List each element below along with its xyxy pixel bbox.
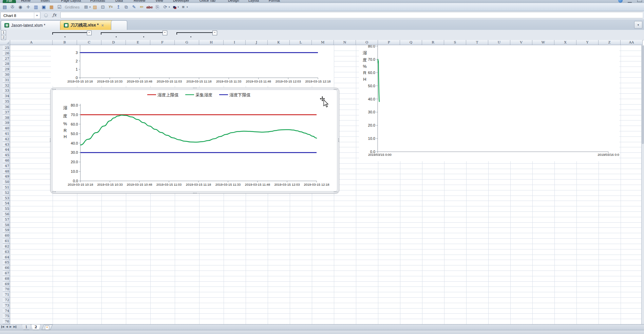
- help-icon[interactable]: [618, 0, 623, 3]
- menu-item-file[interactable]: File: [3, 0, 16, 3]
- row-header-38[interactable]: 38: [3, 115, 10, 120]
- row-header-46[interactable]: 46: [3, 158, 10, 163]
- tab-list-dropdown-icon[interactable]: ▼: [634, 21, 642, 29]
- row-header-31[interactable]: 31: [3, 77, 10, 83]
- camera-icon[interactable]: ◉: [17, 4, 24, 10]
- outline-collapse-button[interactable]: −: [163, 31, 167, 35]
- menu-item-office-tab[interactable]: Office Tab: [200, 0, 215, 2]
- legend-item[interactable]: 湿度下限值: [219, 93, 251, 97]
- outline-level-1[interactable]: 1: [1, 30, 6, 35]
- row-header-51[interactable]: 51: [3, 185, 10, 190]
- row-header-60[interactable]: 60: [3, 233, 10, 238]
- row-header-35[interactable]: 35: [3, 99, 10, 104]
- rotate-shape-icon-dropdown[interactable]: ▾: [169, 6, 170, 8]
- menu-item-review[interactable]: Review: [134, 0, 145, 2]
- scroll-last-icon[interactable]: ▶: [13, 325, 16, 328]
- fx-icon[interactable]: ƒx: [53, 13, 56, 17]
- new-folder-icon[interactable]: ▨: [91, 4, 99, 10]
- selection-handle[interactable]: [49, 138, 51, 143]
- menu-item-format[interactable]: Format: [269, 0, 280, 2]
- column-header-H[interactable]: H: [199, 40, 224, 45]
- column-header-V[interactable]: V: [510, 40, 532, 45]
- row-header-55[interactable]: 55: [3, 206, 10, 211]
- vertical-scroll-thumb[interactable]: [642, 45, 644, 144]
- toolbar-options-icon[interactable]: ≡: [179, 4, 187, 10]
- toolbar-options-icon-dropdown[interactable]: ▾: [187, 6, 188, 8]
- column-header-N[interactable]: N: [334, 40, 356, 45]
- column-header-L[interactable]: L: [290, 40, 312, 45]
- selection-handle[interactable]: [333, 191, 338, 193]
- table-style-icon[interactable]: ▦: [48, 4, 55, 10]
- row-header-32[interactable]: 32: [3, 83, 10, 88]
- column-header-AA[interactable]: AA: [621, 40, 643, 45]
- row-header-49[interactable]: 49: [3, 174, 10, 179]
- vertical-scrollbar[interactable]: [641, 45, 644, 324]
- selection-handle[interactable]: [52, 191, 56, 193]
- name-box-dropdown-icon[interactable]: ▼: [34, 13, 40, 18]
- menu-item-insert[interactable]: Insert: [41, 0, 50, 2]
- row-header-36[interactable]: 36: [3, 104, 10, 110]
- selection-handle[interactable]: [52, 88, 56, 90]
- edit-sheet-icon[interactable]: ✎: [130, 4, 138, 10]
- paste-special-icon[interactable]: ⧉: [122, 4, 130, 10]
- formula-y-icon[interactable]: Y=: [107, 4, 114, 10]
- name-box[interactable]: ▼: [0, 12, 40, 19]
- chart8-plot[interactable]: 湿度上限值采集湿度湿度下限值湿度%RH0.010.020.030.040.050…: [52, 90, 337, 191]
- row-header-33[interactable]: 33: [3, 88, 10, 93]
- strikethrough-icon[interactable]: abe: [146, 4, 153, 10]
- row-header-43[interactable]: 43: [3, 142, 10, 147]
- row-header-52[interactable]: 52: [3, 190, 10, 196]
- row-header-70[interactable]: 70: [3, 286, 10, 292]
- row-header-28[interactable]: 28: [3, 61, 10, 67]
- menu-item-view[interactable]: View: [155, 0, 163, 2]
- scroll-previous-icon[interactable]: ◀: [6, 325, 8, 328]
- row-header-50[interactable]: 50: [3, 179, 10, 185]
- row-header-63[interactable]: 63: [3, 249, 10, 255]
- selection-handle[interactable]: [192, 87, 197, 89]
- up-level-icon[interactable]: ↥: [115, 4, 122, 10]
- row-header-42[interactable]: 42: [3, 136, 10, 142]
- row-header-56[interactable]: 56: [3, 211, 10, 217]
- row-header-34[interactable]: 34: [3, 93, 10, 99]
- column-header-J[interactable]: J: [246, 40, 268, 45]
- row-header-64[interactable]: 64: [3, 255, 10, 260]
- column-header-I[interactable]: I: [224, 40, 246, 45]
- column-header-E[interactable]: E: [126, 40, 150, 45]
- selection-handle[interactable]: [192, 192, 197, 194]
- insert-worksheet-tab[interactable]: ✶: [41, 324, 53, 330]
- column-header-W[interactable]: W: [532, 40, 554, 45]
- row-header-61[interactable]: 61: [3, 238, 10, 244]
- column-header-G[interactable]: G: [175, 40, 199, 45]
- select-all-corner[interactable]: [0, 40, 10, 45]
- row-header-59[interactable]: 59: [3, 227, 10, 233]
- row-header-66[interactable]: 66: [3, 265, 10, 271]
- column-header-T[interactable]: T: [466, 40, 488, 45]
- row-header-75[interactable]: 75: [3, 313, 10, 319]
- column-header-B[interactable]: B: [53, 40, 77, 45]
- scroll-first-icon[interactable]: ◀: [1, 325, 4, 328]
- top-chart[interactable]: 01232019-03-15 10:182019-03-15 10:332019…: [51, 45, 334, 86]
- column-header-S[interactable]: S: [444, 40, 466, 45]
- menu-item-layout[interactable]: Layout: [248, 0, 259, 2]
- workbook-view-icon[interactable]: ▣: [40, 4, 48, 10]
- row-header-40[interactable]: 40: [3, 126, 10, 131]
- column-header-F[interactable]: F: [150, 40, 175, 45]
- legend-item[interactable]: 湿度上限值: [147, 93, 179, 97]
- column-header-D[interactable]: D: [101, 40, 126, 45]
- formula-bar-input[interactable]: [60, 12, 643, 18]
- outline-collapse-button[interactable]: −: [212, 31, 217, 35]
- menu-item-home[interactable]: Home: [21, 0, 31, 2]
- column-header-A[interactable]: A: [10, 40, 53, 45]
- row-header-68[interactable]: 68: [3, 276, 10, 281]
- column-header-M[interactable]: M: [312, 40, 334, 45]
- column-header-K[interactable]: K: [268, 40, 290, 45]
- print-preview-icon[interactable]: ⊡: [99, 4, 107, 10]
- row-header-48[interactable]: 48: [3, 169, 10, 174]
- column-header-Y[interactable]: Y: [576, 40, 599, 45]
- menu-item-developer[interactable]: Developer: [173, 0, 189, 2]
- row-header-39[interactable]: 39: [3, 120, 10, 126]
- name-box-input[interactable]: [1, 13, 34, 18]
- doc-tab-stub[interactable]: [111, 20, 127, 30]
- row-header-67[interactable]: 67: [3, 271, 10, 276]
- row-header-72[interactable]: 72: [3, 297, 10, 303]
